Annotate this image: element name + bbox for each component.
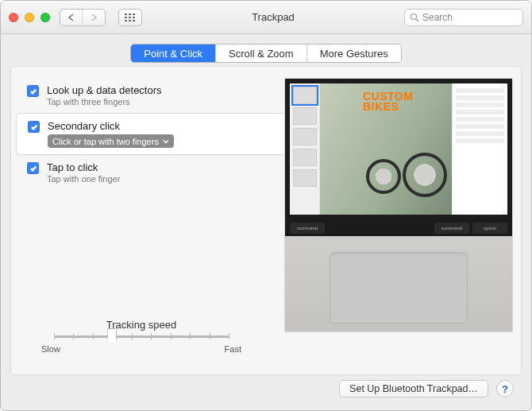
preview-chassis [285, 236, 512, 332]
preview-trackpad [330, 252, 468, 324]
checkbox-secondary[interactable] [28, 121, 40, 133]
search-placeholder: Search [422, 12, 453, 23]
tab-bar: Point & Click Scroll & Zoom More Gesture… [130, 44, 401, 63]
key-option-right: option [472, 223, 507, 234]
preview-headline-2: BIKES [363, 100, 399, 113]
tab-more-gestures[interactable]: More Gestures [307, 45, 401, 62]
slider-min-label: Slow [41, 344, 60, 354]
svg-rect-5 [133, 17, 135, 18]
svg-rect-7 [129, 20, 131, 21]
svg-rect-0 [125, 14, 127, 15]
checkbox-lookup[interactable] [27, 85, 39, 97]
options-column: Look up & data detectors Tap with three … [19, 78, 279, 366]
gesture-preview: CUSTOMBIKES command command [284, 78, 513, 332]
option-tap-title: Tap to click [47, 161, 120, 173]
dropdown-value: Click or tap with two fingers [52, 137, 159, 146]
close-icon[interactable] [9, 13, 18, 22]
nav-buttons [60, 9, 142, 26]
search-input[interactable]: Search [404, 9, 523, 26]
preview-keyboard: command command option [285, 220, 512, 236]
option-lookup[interactable]: Look up & data detectors Tap with three … [19, 78, 279, 113]
option-secondary-title: Secondary click [48, 120, 174, 132]
tracking-speed-label: Tracking speed [41, 319, 241, 331]
checkbox-tap[interactable] [27, 162, 39, 174]
forward-button[interactable] [83, 10, 105, 25]
show-all-button[interactable] [118, 9, 142, 26]
svg-rect-3 [125, 17, 127, 18]
svg-rect-1 [129, 14, 131, 15]
prefs-window: Trackpad Search Point & Click Scroll & Z… [0, 0, 532, 411]
footer-bar: Set Up Bluetooth Trackpad… ? [10, 375, 522, 402]
titlebar: Trackpad Search [1, 1, 531, 34]
key-command-right: command [434, 223, 469, 234]
back-button[interactable] [60, 10, 83, 25]
svg-rect-6 [125, 20, 127, 21]
tracking-speed-slider[interactable] [54, 335, 229, 338]
svg-rect-2 [133, 14, 135, 15]
option-tap-to-click[interactable]: Tap to click Tap with one finger [19, 155, 279, 190]
option-tap-sub: Tap with one finger [47, 174, 120, 184]
option-lookup-title: Look up & data detectors [47, 84, 162, 96]
option-lookup-sub: Tap with three fingers [47, 97, 162, 107]
key-command-left: command [290, 223, 325, 234]
tracking-speed-block: Tracking speed Slow Fast [19, 319, 279, 366]
window-title: Trackpad [142, 11, 404, 23]
tab-scroll-zoom[interactable]: Scroll & Zoom [216, 45, 307, 62]
svg-rect-8 [133, 20, 135, 21]
help-button[interactable]: ? [496, 380, 514, 397]
settings-panel: Look up & data detectors Tap with three … [10, 66, 522, 375]
zoom-icon[interactable] [40, 13, 50, 22]
search-icon [410, 13, 419, 22]
svg-point-9 [411, 14, 417, 19]
chevron-down-icon [163, 138, 169, 145]
option-secondary-click[interactable]: Secondary click Click or tap with two fi… [16, 113, 291, 155]
svg-line-10 [416, 19, 418, 21]
setup-bluetooth-button[interactable]: Set Up Bluetooth Trackpad… [339, 380, 488, 397]
svg-rect-4 [129, 17, 131, 18]
slider-max-label: Fast [225, 344, 241, 354]
slider-track [54, 335, 229, 338]
preview-screen: CUSTOMBIKES [285, 79, 512, 222]
slider-thumb[interactable] [107, 328, 117, 344]
tab-point-click[interactable]: Point & Click [131, 45, 216, 62]
minimize-icon[interactable] [25, 13, 34, 22]
secondary-click-dropdown[interactable]: Click or tap with two fingers [48, 134, 174, 148]
window-controls [9, 13, 50, 22]
